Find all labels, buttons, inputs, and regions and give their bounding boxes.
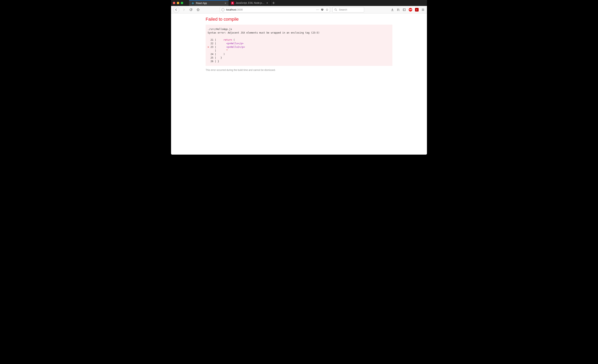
toolbar-right: ABP u [391,8,425,11]
svg-point-7 [335,8,336,10]
search-icon [334,8,337,11]
error-footer-note: This error occurred during the build tim… [206,66,392,72]
angular-favicon-icon: A [231,1,234,5]
page-viewport: Failed to compile ./src/HelloApp.js Synt… [171,14,427,155]
svg-point-3 [192,3,193,3]
search-placeholder: Search [339,8,347,11]
new-tab-button[interactable] [271,0,276,6]
svg-point-6 [318,9,319,10]
tab-angular[interactable]: A JavaScript, ES6, Node.js, Angu × [229,0,271,6]
tab-title: JavaScript, ES6, Node.js, Angu [236,2,265,4]
tab-close-icon[interactable]: × [224,2,227,5]
forward-button[interactable] [181,7,187,13]
error-title: Failed to compile [206,16,392,24]
svg-point-5 [317,9,318,10]
sidebar-icon[interactable] [403,8,406,11]
site-info-icon[interactable]: i [221,8,224,11]
downloads-icon[interactable] [391,8,394,11]
reload-button[interactable] [188,7,194,13]
window-maximize-button[interactable] [181,2,183,4]
tab-react-app[interactable]: React App × [189,0,229,6]
window-minimize-button[interactable] [177,2,179,4]
address-bar[interactable]: i localhost:3000 [220,7,330,13]
error-code-block: ./src/HelloApp.js Syntax error: Adjacent… [206,24,392,66]
bookmark-star-icon[interactable] [325,8,329,11]
back-button[interactable] [173,7,179,13]
pocket-icon[interactable] [321,8,324,11]
home-button[interactable] [195,7,201,13]
react-error-overlay: Failed to compile ./src/HelloApp.js Synt… [206,14,392,72]
window-controls [173,2,189,4]
tab-title: React App [196,2,223,5]
tab-strip: React App × A JavaScript, ES6, Node.js, … [171,0,427,6]
library-icon[interactable] [397,8,400,11]
adblock-plus-icon[interactable]: ABP [409,8,412,11]
ublock-icon[interactable]: u [415,8,419,11]
window-close-button[interactable] [173,2,175,4]
browser-window: React App × A JavaScript, ES6, Node.js, … [171,0,427,155]
react-favicon-icon [191,2,194,5]
menu-icon[interactable] [421,8,424,11]
search-bar[interactable]: Search [332,7,364,13]
page-actions-icon[interactable] [316,8,319,11]
svg-rect-8 [403,8,406,11]
svg-point-4 [316,9,317,10]
tab-close-icon[interactable]: × [266,1,268,5]
url-text: localhost:3000 [226,8,243,11]
browser-toolbar: i localhost:3000 Search [171,6,427,14]
